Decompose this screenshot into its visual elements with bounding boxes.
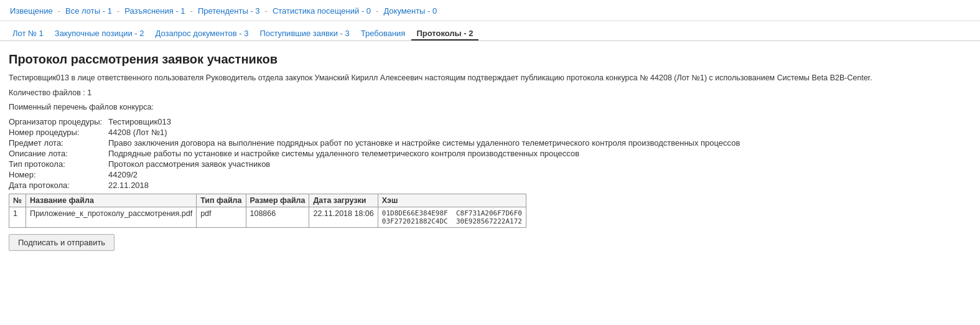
info-row-protocol-num: Номер: 44209/2 — [9, 170, 971, 179]
info-label-protocol-type: Тип протокола: — [9, 159, 108, 169]
files-table-header-row: № Название файла Тип файла Размер файла … — [9, 194, 526, 207]
info-value-description: Подрядные работы по установке и настройк… — [108, 149, 579, 158]
files-table: № Название файла Тип файла Размер файла … — [9, 194, 526, 228]
sub-nav-item-lot[interactable]: Лот № 1 — [7, 26, 49, 40]
cell-filesize: 108866 — [246, 207, 309, 227]
top-nav-separator-1: - — [58, 5, 60, 17]
cell-hash: 01D8DE66E384E98F C8F731A206F7D6F0 03F272… — [378, 207, 526, 227]
cell-filename: Приложение_к_протоколу_рассмотрения.pdf — [26, 207, 196, 227]
info-row-protocol-type: Тип протокола: Протокол рассмотрения зая… — [9, 159, 971, 169]
top-nav-separator-2: - — [117, 5, 119, 17]
sub-nav-item-protokoly[interactable]: Протоколы - 2 — [411, 26, 478, 40]
top-nav-separator-3: - — [190, 5, 193, 17]
top-nav-separator-5: - — [376, 5, 378, 17]
named-list-label: Поименный перечень файлов конкурса: — [9, 102, 971, 113]
info-value-subject: Право заключения договора на выполнение … — [108, 138, 740, 148]
sub-nav-item-trebovaniya[interactable]: Требования — [356, 26, 411, 40]
info-row-number: Номер процедуры: 44208 (Лот №1) — [9, 128, 971, 137]
info-label-protocol-date: Дата протокола: — [9, 181, 108, 190]
cell-upload-date: 22.11.2018 18:06 — [309, 207, 378, 227]
info-label-description: Описание лота: — [9, 149, 108, 158]
table-row: 1Приложение_к_протоколу_рассмотрения.pdf… — [9, 207, 526, 227]
submit-button[interactable]: Подписать и отправить — [9, 234, 114, 251]
info-value-protocol-type: Протокол рассмотрения заявок участников — [108, 159, 270, 169]
top-nav-item-pretendenty[interactable]: Претенденты - 3 — [195, 5, 263, 17]
top-nav-separator-4: - — [265, 5, 268, 17]
sub-navigation: Лот № 1 Закупочные позиции - 2 Дозапрос … — [0, 21, 980, 41]
col-header-filetype: Тип файла — [197, 194, 246, 207]
col-header-num: № — [9, 194, 26, 207]
info-value-protocol-num: 44209/2 — [108, 170, 138, 179]
col-header-filesize: Размер файла — [246, 194, 309, 207]
info-label-number: Номер процедуры: — [9, 128, 108, 137]
top-nav-item-razyasneniya[interactable]: Разъяснения - 1 — [122, 5, 187, 17]
top-nav-item-statistika[interactable]: Статистика посещений - 0 — [270, 5, 373, 17]
info-label-organizer: Организатор процедуры: — [9, 117, 108, 126]
description-text: Тестировщик013 в лице ответственного пол… — [9, 73, 971, 84]
info-value-protocol-date: 22.11.2018 — [108, 181, 149, 190]
sub-nav-item-zakupochnye[interactable]: Закупочные позиции - 2 — [50, 26, 149, 40]
sub-nav-item-dozapros[interactable]: Дозапрос документов - 3 — [150, 26, 253, 40]
info-label-subject: Предмет лота: — [9, 138, 108, 148]
files-count: Количество файлов : 1 — [9, 88, 971, 99]
info-value-organizer: Тестировщик013 — [108, 117, 171, 126]
sub-nav-item-postupivshie[interactable]: Поступившие заявки - 3 — [254, 26, 354, 40]
page-title: Протокол рассмотрения заявок участников — [9, 52, 971, 67]
info-value-number: 44208 (Лот №1) — [108, 128, 167, 137]
info-row-description: Описание лота: Подрядные работы по устан… — [9, 149, 971, 158]
info-row-subject: Предмет лота: Право заключения договора … — [9, 138, 971, 148]
info-row-protocol-date: Дата протокола: 22.11.2018 — [9, 181, 971, 190]
top-nav-item-dokumenty[interactable]: Документы - 0 — [381, 5, 439, 17]
col-header-filename: Название файла — [26, 194, 196, 207]
main-content: Протокол рассмотрения заявок участников … — [0, 41, 980, 263]
cell-filetype: pdf — [197, 207, 246, 227]
top-nav-item-vse-loty[interactable]: Все лоты - 1 — [63, 5, 114, 17]
col-header-upload-date: Дата загрузки — [309, 194, 378, 207]
cell-num: 1 — [9, 207, 26, 227]
col-header-hash: Хэш — [378, 194, 526, 207]
info-row-organizer: Организатор процедуры: Тестировщик013 — [9, 117, 971, 126]
info-label-protocol-num: Номер: — [9, 170, 108, 179]
top-nav-item-izveshenie[interactable]: Извещение — [7, 5, 55, 17]
top-navigation: Извещение - Все лоты - 1 - Разъяснения -… — [0, 0, 980, 21]
info-table: Организатор процедуры: Тестировщик013 Но… — [9, 117, 971, 190]
